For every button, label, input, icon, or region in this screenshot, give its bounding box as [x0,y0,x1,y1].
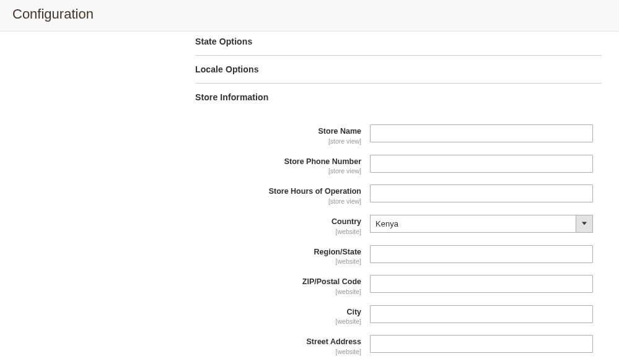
section-store-information[interactable]: Store Information [195,84,602,111]
row-city: City [website] [195,305,602,326]
label-street1: Street Address [307,337,361,346]
row-store-name: Store Name [store view] [195,124,602,145]
input-col-city [370,305,593,323]
label-zip-col: ZIP/Postal Code [website] [195,275,370,295]
label-city-col: City [website] [195,305,370,326]
store-name-input[interactable] [370,124,593,142]
row-store-hours: Store Hours of Operation [store view] [195,184,602,205]
label-country: Country [331,217,361,226]
label-region-col: Region/State [website] [195,245,370,266]
row-street1: Street Address [website] [195,335,602,355]
store-hours-input[interactable] [370,184,593,202]
scope-store-name: [store view] [195,137,361,145]
country-select[interactable]: Kenya [370,215,593,233]
label-city: City [346,308,361,316]
zip-input[interactable] [370,275,593,293]
city-input[interactable] [370,305,593,323]
label-region: Region/State [314,248,361,256]
section-locale-options-label: Locale Options [195,64,259,74]
store-information-form: Store Name [store view] Store Phone Numb… [195,111,602,364]
scope-street1: [website] [195,348,361,355]
label-store-name-col: Store Name [store view] [195,124,370,145]
input-col-street1 [370,335,593,353]
label-street1-col: Street Address [website] [195,335,370,355]
row-region: Region/State [website] [195,245,602,266]
page-header: Configuration [0,0,619,32]
scope-store-phone: [store view] [195,167,361,175]
input-col-store-name [370,124,593,142]
page-title: Configuration [12,6,607,22]
section-locale-options[interactable]: Locale Options [195,56,602,84]
scope-city: [website] [195,318,361,325]
label-store-hours: Store Hours of Operation [269,187,361,196]
input-col-zip [370,275,593,293]
store-phone-input[interactable] [370,155,593,173]
row-store-phone: Store Phone Number [store view] [195,155,602,175]
config-content: State Options Locale Options Store Infor… [0,32,619,364]
scope-store-hours: [store view] [195,197,361,205]
region-input[interactable] [370,245,593,263]
country-select-value: Kenya [370,215,576,233]
chevron-down-icon [582,222,587,225]
label-store-hours-col: Store Hours of Operation [store view] [195,184,370,205]
label-zip: ZIP/Postal Code [302,277,361,286]
input-col-country: Kenya [370,215,593,233]
row-country: Country [website] Kenya [195,215,602,235]
scope-region: [website] [195,258,361,265]
section-store-information-label: Store Information [195,92,268,102]
scope-country: [website] [195,228,361,235]
input-col-store-phone [370,155,593,173]
input-col-region [370,245,593,263]
label-store-phone: Store Phone Number [284,157,361,166]
scope-zip: [website] [195,288,361,295]
row-zip: ZIP/Postal Code [website] [195,275,602,295]
label-store-name: Store Name [318,127,361,136]
label-store-phone-col: Store Phone Number [store view] [195,155,370,175]
label-country-col: Country [website] [195,215,370,235]
section-state-options-label: State Options [195,37,252,46]
input-col-store-hours [370,184,593,202]
street1-input[interactable] [370,335,593,353]
section-state-options[interactable]: State Options [195,32,602,56]
country-select-toggle[interactable] [576,215,593,233]
